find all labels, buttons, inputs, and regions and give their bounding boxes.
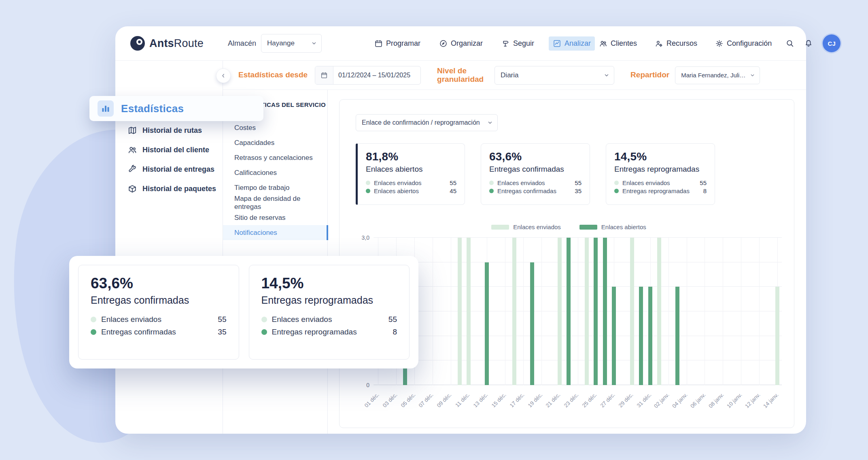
delivery-history-icon bbox=[127, 164, 137, 174]
legend-dot-light bbox=[91, 317, 96, 322]
driver-select[interactable]: Maria Fernandez, Julia F... bbox=[675, 66, 760, 84]
nav-item-label: Analizar bbox=[565, 39, 591, 48]
driver-value: Maria Fernandez, Julia F... bbox=[681, 72, 746, 79]
chart-bar-abiertos bbox=[485, 262, 489, 385]
chart-bar-abiertos bbox=[603, 238, 607, 385]
notification-type-select[interactable]: Enlace de confirmación / reprogramación bbox=[356, 114, 498, 131]
stat-legend-row: Enlaces abiertos45 bbox=[366, 187, 456, 194]
chart-bar-enviados bbox=[775, 287, 779, 385]
sidebar-item-historial-cliente[interactable]: Historial del cliente bbox=[115, 140, 223, 160]
stats-since-label: Estadísticas desde bbox=[238, 71, 308, 79]
date-range-value: 01/12/2024 – 15/01/2025 bbox=[333, 72, 415, 79]
nav-item-organizar[interactable]: Organizar bbox=[435, 36, 487, 51]
chart-y-tick-label: 0 bbox=[366, 381, 369, 389]
sidebar-item-historial-rutas[interactable]: Historial de rutas bbox=[115, 121, 223, 140]
chart-vgridline bbox=[451, 238, 451, 385]
nav-item-label: Programar bbox=[386, 39, 420, 48]
primary-navigation: Programar Organizar Seguir Analizar bbox=[370, 36, 595, 51]
stat-legend-row: Enlaces enviados55 bbox=[489, 179, 581, 186]
nav-item-seguir[interactable]: Seguir bbox=[497, 36, 538, 51]
filter-bar: Estadísticas desde 01/12/2024 – 15/01/20… bbox=[223, 61, 806, 90]
chart-bar-enviados bbox=[585, 238, 589, 385]
user-avatar[interactable]: CJ bbox=[823, 34, 840, 52]
stat-legend-row: Enlaces enviados55 bbox=[614, 179, 707, 186]
calendar-icon bbox=[315, 66, 333, 84]
stat-title: Entregas reprogramadas bbox=[261, 294, 397, 306]
stat-percent: 63,6% bbox=[91, 275, 227, 292]
chart-bar-abiertos bbox=[530, 262, 534, 385]
navbar-right: Clientes Recursos Configuración CJ bbox=[595, 34, 840, 52]
nav-item-clientes[interactable]: Clientes bbox=[595, 36, 641, 51]
stat-legend-row: Entregas reprogramadas8 bbox=[261, 328, 397, 336]
legend-dot-light bbox=[261, 317, 267, 322]
nav-item-recursos[interactable]: Recursos bbox=[651, 36, 701, 51]
chart-vgridline bbox=[578, 238, 578, 385]
chevron-down-icon bbox=[750, 72, 755, 78]
bell-icon[interactable] bbox=[804, 39, 813, 48]
floating-estadisticas-label: Estadísticas bbox=[121, 102, 184, 115]
legend-dot-dark bbox=[366, 189, 370, 193]
legend-swatch-enviados bbox=[491, 225, 509, 230]
chevron-down-icon bbox=[311, 40, 317, 46]
legend-dot-light bbox=[366, 181, 370, 185]
nav-item-label: Seguir bbox=[513, 39, 534, 48]
stat-legend-row: Entregas confirmadas35 bbox=[91, 328, 227, 336]
menu-item-mapa-densidad[interactable]: Mapa de densidad de entregas bbox=[223, 195, 327, 210]
clients-icon bbox=[599, 39, 607, 48]
menu-item-retrasos[interactable]: Retrasos y cancelaciones bbox=[223, 150, 327, 165]
stat-card-entregas-reprogramadas: 14,5% Entregas reprogramadas Enlaces env… bbox=[606, 143, 715, 205]
date-range-input[interactable]: 01/12/2024 – 15/01/2025 bbox=[315, 66, 421, 85]
warehouse-select[interactable]: Hayange bbox=[261, 34, 322, 53]
legend-dot-light bbox=[489, 181, 494, 185]
menu-item-costes[interactable]: Costes bbox=[223, 120, 327, 135]
chart-bar-enviados bbox=[467, 238, 471, 385]
floating-estadisticas-card[interactable]: Estadísticas bbox=[89, 96, 263, 121]
bar-chart: 3,00 01 déc.03 déc.05 déc.07 déc.09 déc.… bbox=[356, 238, 782, 385]
stat-percent: 81,8% bbox=[366, 150, 456, 163]
stat-legend-row: Enlaces enviados55 bbox=[366, 179, 456, 186]
chart-vgridline bbox=[723, 238, 723, 385]
nav-item-programar[interactable]: Programar bbox=[370, 36, 424, 51]
bar-chart-icon bbox=[98, 100, 114, 117]
calendar-icon bbox=[374, 39, 383, 48]
granularity-value: Diaria bbox=[501, 71, 518, 79]
legend-item-abiertos: Enlaces abiertos bbox=[579, 224, 646, 230]
chart-vgridline bbox=[523, 238, 524, 385]
sidebar-item-historial-paquetes[interactable]: Historial de paquetes bbox=[115, 179, 223, 198]
menu-item-calificaciones[interactable]: Calificaciones bbox=[223, 165, 327, 180]
nav-item-analizar[interactable]: Analizar bbox=[549, 36, 595, 51]
search-icon[interactable] bbox=[785, 39, 794, 48]
stat-legend-row: Entregas reprogramadas8 bbox=[614, 187, 707, 194]
legend-swatch-abiertos bbox=[579, 225, 597, 230]
sidebar-item-label: Historial de rutas bbox=[142, 126, 202, 135]
stat-card-entregas-confirmadas: 63,6% Entregas confirmadas Enlaces envia… bbox=[481, 143, 590, 205]
chart-vgridline bbox=[759, 238, 760, 385]
driver-label: Repartidor bbox=[630, 71, 669, 79]
bar-chart-plot: 01 déc.03 déc.05 déc.07 déc.09 déc.11 dé… bbox=[374, 238, 782, 385]
stat-title: Entregas confirmadas bbox=[489, 165, 581, 174]
chart-bar-enviados bbox=[458, 238, 462, 385]
sidebar-item-historial-entregas[interactable]: Historial de entregas bbox=[115, 160, 223, 179]
app-logo[interactable]: AntsRoute bbox=[130, 36, 204, 51]
chart-vgridline bbox=[687, 238, 687, 385]
chart-vgridline bbox=[541, 238, 542, 385]
nav-item-label: Recursos bbox=[666, 39, 697, 48]
stat-percent: 14,5% bbox=[261, 275, 397, 292]
stat-legend-row: Entregas confirmadas35 bbox=[489, 187, 581, 194]
granularity-select[interactable]: Diaria bbox=[494, 66, 614, 85]
menu-item-notificaciones[interactable]: Notificaciones bbox=[223, 225, 327, 240]
stat-percent: 63,6% bbox=[489, 150, 581, 163]
nav-item-label: Organizar bbox=[451, 39, 483, 48]
legend-dot-dark bbox=[614, 189, 619, 193]
nav-item-configuracion[interactable]: Configuración bbox=[711, 36, 776, 51]
chart-bar-enviados bbox=[558, 238, 562, 385]
legend-dot-light bbox=[614, 181, 619, 185]
back-button[interactable] bbox=[216, 68, 231, 83]
overlay-card-entregas-reprogramadas: 14,5% Entregas reprogramadas Enlaces env… bbox=[249, 265, 410, 360]
menu-item-sitio-reservas[interactable]: Sitio de reservas bbox=[223, 210, 327, 225]
menu-item-tiempo-trabajo[interactable]: Tiempo de trabajo bbox=[223, 180, 327, 195]
chart-vgridline bbox=[433, 238, 433, 385]
chevron-down-icon bbox=[487, 120, 493, 126]
menu-item-capacidades[interactable]: Capacidades bbox=[223, 135, 327, 150]
stat-title: Enlaces abiertos bbox=[366, 165, 456, 174]
